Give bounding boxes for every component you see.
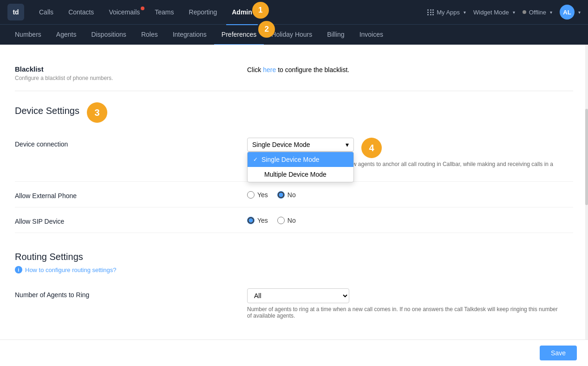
external-phone-radio-group: Yes No <box>247 189 573 199</box>
checkmark-icon: ✓ <box>253 156 258 163</box>
dropdown-arrow-icon: ▾ <box>346 141 349 148</box>
save-bar: Save <box>0 339 588 366</box>
routing-settings-section: Routing Settings i How to configure rout… <box>15 240 573 334</box>
tab-dispositions[interactable]: Dispositions <box>84 25 133 45</box>
device-connection-trigger[interactable]: Single Device Mode ▾ <box>247 138 354 152</box>
blacklist-description: Configure a blacklist of phone numbers. <box>15 75 247 81</box>
blacklist-action: Click here to configure the blacklist. <box>247 65 573 73</box>
widget-mode-chevron-icon: ▾ <box>513 10 515 15</box>
blacklist-section: Blacklist Configure a blacklist of phone… <box>15 56 573 91</box>
device-connection-selected: Single Device Mode <box>252 141 310 148</box>
agents-to-ring-label: Number of Agents to Ring <box>15 288 247 299</box>
step-1-circle: 1 <box>252 2 269 19</box>
tab-billing[interactable]: Billing <box>320 25 352 45</box>
my-apps-chevron-icon: ▾ <box>464 10 466 15</box>
nav-calls[interactable]: Calls <box>33 6 59 19</box>
scrollbar-track[interactable] <box>585 45 588 366</box>
scrollbar-thumb[interactable] <box>585 109 588 205</box>
device-settings-title: Device Settings <box>15 106 79 116</box>
nav-links: Calls Contacts Voicemails Teams Reportin… <box>33 6 427 19</box>
nav-right-section: My Apps ▾ Widget Mode ▾ Offline ▾ AL ▾ <box>427 5 581 20</box>
save-button[interactable]: Save <box>540 346 577 360</box>
nav-teams[interactable]: Teams <box>149 6 179 19</box>
info-icon: i <box>15 266 22 273</box>
tab-invoices[interactable]: Invoices <box>352 25 391 45</box>
step-2-circle: 2 <box>258 21 275 38</box>
allow-external-phone-label: Allow External Phone <box>15 189 247 200</box>
external-phone-yes-radio[interactable] <box>247 191 255 199</box>
tab-preferences[interactable]: Preferences 2 <box>214 25 264 45</box>
external-phone-yes-text: Yes <box>257 191 268 199</box>
agents-to-ring-content: All 1 2 3 5 10 Number of agents to ring … <box>247 288 573 319</box>
option-single-device[interactable]: ✓ Single Device Mode <box>248 152 353 167</box>
routing-settings-title: Routing Settings <box>15 252 573 262</box>
avatar-chevron-icon: ▾ <box>578 10 581 15</box>
option-single-label: Single Device Mode <box>261 156 320 163</box>
routing-info-text: How to configure routing settings? <box>25 266 117 273</box>
device-connection-menu: ✓ Single Device Mode Multiple Device Mod… <box>247 152 354 182</box>
device-connection-row: Device connection Single Device Mode ▾ ✓… <box>15 130 573 182</box>
sip-device-no-label[interactable]: No <box>277 217 296 224</box>
sip-device-yes-label[interactable]: Yes <box>247 217 268 224</box>
top-navigation: td Calls Contacts Voicemails Teams Repor… <box>0 0 588 24</box>
device-connection-content: Single Device Mode ▾ ✓ Single Device Mod… <box>247 138 573 174</box>
blacklist-click-text: Click <box>247 66 263 73</box>
option-multiple-label: Multiple Device Mode <box>264 171 327 178</box>
sip-device-yes-radio[interactable] <box>247 217 255 224</box>
widget-mode-button[interactable]: Widget Mode ▾ <box>473 9 515 16</box>
routing-info-link[interactable]: i How to configure routing settings? <box>15 266 573 273</box>
allow-sip-device-content: Yes No <box>247 215 573 224</box>
allow-external-phone-content: Yes No <box>247 189 573 199</box>
voicemail-notification-dot <box>141 7 144 10</box>
nav-reporting[interactable]: Reporting <box>183 6 223 19</box>
external-phone-no-radio[interactable] <box>277 191 285 199</box>
option-multiple-device[interactable]: Multiple Device Mode <box>248 167 353 182</box>
grid-icon <box>427 9 434 15</box>
allow-sip-device-row: Allow SIP Device Yes No <box>15 207 573 233</box>
tab-numbers[interactable]: Numbers <box>7 25 49 45</box>
sip-device-no-radio[interactable] <box>277 217 285 224</box>
sub-navigation: Numbers Agents Dispositions Roles Integr… <box>0 24 588 45</box>
tab-roles[interactable]: Roles <box>134 25 165 45</box>
agents-to-ring-select[interactable]: All 1 2 3 5 10 <box>247 288 349 303</box>
avatar: AL <box>560 5 575 20</box>
blacklist-info: Blacklist Configure a blacklist of phone… <box>15 65 247 81</box>
offline-chevron-icon: ▾ <box>550 10 552 15</box>
step-3-circle: 3 <box>87 102 107 123</box>
device-connection-dropdown[interactable]: Single Device Mode ▾ ✓ Single Device Mod… <box>247 138 354 152</box>
agents-to-ring-row: Number of Agents to Ring All 1 2 3 5 10 … <box>15 281 573 326</box>
main-content: Blacklist Configure a blacklist of phone… <box>0 45 588 366</box>
my-apps-button[interactable]: My Apps ▾ <box>427 9 466 16</box>
allow-external-phone-row: Allow External Phone Yes No <box>15 182 573 207</box>
app-logo: td <box>7 4 24 20</box>
external-phone-no-label[interactable]: No <box>277 191 296 199</box>
blacklist-here-link[interactable]: here <box>263 66 276 73</box>
agents-to-ring-description: Number of agents to ring at a time when … <box>247 306 563 319</box>
nav-admin[interactable]: Admin 1 <box>226 6 258 19</box>
sip-device-radio-group: Yes No <box>247 215 573 224</box>
tab-agents[interactable]: Agents <box>49 25 84 45</box>
nav-voicemails[interactable]: Voicemails <box>103 6 145 19</box>
blacklist-title: Blacklist <box>15 65 247 73</box>
device-settings-section: Device Settings 3 Device connection Sing… <box>15 91 573 240</box>
allow-sip-device-label: Allow SIP Device <box>15 215 247 225</box>
device-connection-label: Device connection <box>15 138 247 148</box>
tab-integrations[interactable]: Integrations <box>165 25 214 45</box>
sip-device-no-text: No <box>287 217 296 224</box>
offline-status-dot <box>523 10 526 14</box>
sip-device-yes-text: Yes <box>257 217 268 224</box>
user-avatar-button[interactable]: AL ▾ <box>560 5 581 20</box>
external-phone-no-text: No <box>287 191 296 199</box>
offline-status-button[interactable]: Offline ▾ <box>523 9 552 16</box>
blacklist-after-link: to configure the blacklist. <box>276 66 349 73</box>
nav-contacts[interactable]: Contacts <box>63 6 99 19</box>
external-phone-yes-label[interactable]: Yes <box>247 191 268 199</box>
step-4-circle: 4 <box>361 138 382 158</box>
